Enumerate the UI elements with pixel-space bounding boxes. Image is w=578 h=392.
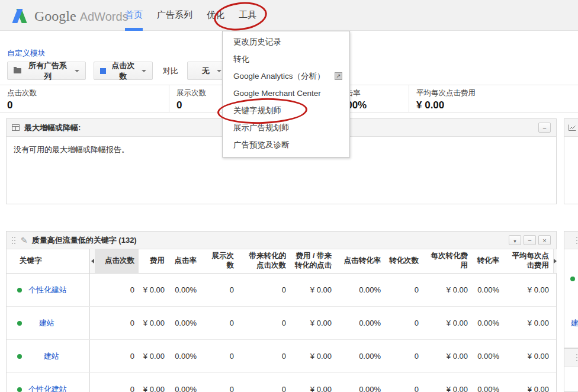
menu-item-merchant-center[interactable]: Google Merchant Center: [223, 85, 349, 102]
collapse-left-icon: [91, 259, 94, 264]
table-cell: ¥ 0.00: [290, 373, 336, 392]
table-cell: 0: [385, 373, 423, 392]
table-cell: 0.00%: [472, 274, 503, 306]
menu-item-conversions[interactable]: 转化: [223, 50, 349, 68]
chart-icon: [568, 124, 576, 131]
table-cell: 0.00%: [472, 373, 503, 392]
partial-keyword-link[interactable]: 建: [571, 318, 578, 329]
compare-selector-label: 无: [202, 66, 210, 76]
table-cell: 0: [385, 274, 423, 306]
table-cell: 0: [238, 340, 290, 372]
status-dot-icon: [17, 354, 22, 359]
column-header-click-conversion-rate[interactable]: 点击转化率: [336, 249, 385, 273]
close-panel-button[interactable]: ×: [538, 235, 551, 245]
table-cell: 0.00%: [336, 274, 385, 306]
column-header-avg-cpc[interactable]: 平均每次点击费用: [503, 249, 553, 273]
table-cell: 0.00%: [336, 373, 385, 392]
table-cell: 0: [201, 307, 238, 339]
table-cell: 0: [238, 274, 290, 306]
menu-item-display-planner[interactable]: 展示广告规划师: [223, 119, 349, 136]
column-header-conversions[interactable]: 转化次数: [385, 249, 423, 273]
minimize-panel-button[interactable]: −: [524, 235, 536, 245]
keyword-link[interactable]: 个性化建站: [28, 384, 67, 392]
column-header-clicks[interactable]: 点击次数: [95, 249, 139, 273]
column-header-cost[interactable]: 费用: [139, 249, 169, 273]
table-cell: 0: [201, 274, 238, 306]
nav-tab-tools[interactable]: 工具: [239, 9, 256, 21]
dropdown-caret-icon: [217, 70, 221, 72]
customize-modules-link[interactable]: 自定义模块: [7, 48, 46, 59]
keywords-panel-title: 质量高但流量低的关键字 (132): [32, 235, 137, 246]
tools-dropdown-menu: 更改历史记录 转化 Google Analytics（分析） ↗ Google …: [222, 31, 350, 158]
table-cell: 0: [95, 340, 139, 372]
filter-toolbar: 所有广告系列 点击次数 对比 无: [7, 62, 236, 80]
menu-item-ad-preview[interactable]: 广告预览及诊断: [223, 136, 349, 153]
nav-tab-campaigns[interactable]: 广告系列: [157, 9, 192, 21]
nav-tab-home[interactable]: 首页: [125, 9, 143, 21]
adwords-dashboard: Google AdWords 首页 广告系列 优化 工具 自定义模块 所有广告系…: [0, 0, 578, 392]
table-cell: 0.00%: [336, 307, 385, 339]
table-cell: ¥ 0.00: [139, 340, 169, 372]
table-cell: 0.00%: [169, 340, 201, 372]
edit-pencil-icon[interactable]: ✎: [21, 236, 28, 245]
column-header-impressions[interactable]: 展示次数: [201, 249, 238, 273]
campaign-selector-label: 所有广告系列: [25, 60, 70, 82]
column-header-keyword[interactable]: 关键字: [7, 249, 90, 273]
menu-item-change-history[interactable]: 更改历史记录: [223, 33, 349, 50]
adwords-logo[interactable]: Google AdWords: [11, 5, 129, 24]
metric-selector-button[interactable]: 点击次数: [94, 62, 153, 80]
table-cell: ¥ 0.00: [503, 340, 553, 372]
table-icon: [12, 124, 20, 131]
drag-handle-icon[interactable]: [12, 237, 15, 244]
keyword-link[interactable]: 建站: [39, 318, 54, 329]
table-cell: 0: [201, 373, 238, 392]
table-cell: ¥ 0.00: [139, 373, 169, 392]
keyword-link[interactable]: 建站: [44, 351, 59, 362]
panel-menu-button[interactable]: ▼: [509, 235, 521, 245]
collapse-columns-button[interactable]: [90, 249, 95, 273]
nav-tab-opportunities[interactable]: 优化: [207, 9, 224, 21]
column-header-ctr[interactable]: 点击率: [169, 249, 201, 273]
dropdown-caret-icon: [75, 70, 79, 72]
status-dot-icon: [17, 288, 22, 293]
panel-title: 最大增幅或降幅:: [24, 123, 81, 133]
stat-avg-cpc: 平均每次点击费用 ¥ 0.00: [409, 85, 578, 112]
active-tab-underline: [125, 28, 143, 31]
table-cell: ¥ 0.00: [139, 274, 169, 306]
table-cell: 0: [385, 340, 423, 372]
adwords-logo-icon: [11, 8, 30, 23]
expand-columns-button[interactable]: [553, 249, 557, 273]
low-traffic-keywords-panel: ✎ 质量高但流量低的关键字 (132) ▼ − × 关键字 点击次数 费用 点击…: [6, 231, 557, 392]
side-module-chart: [564, 118, 578, 204]
column-header-cost-per-converted-click[interactable]: 费用 / 带来转化的点击: [290, 249, 336, 273]
table-cell: 0: [385, 307, 423, 339]
keywords-panel-header: ✎ 质量高但流量低的关键字 (132) ▼ − ×: [7, 232, 556, 249]
table-cell: 0: [238, 373, 290, 392]
status-dot-icon: [570, 277, 575, 281]
column-header-cost-per-conversion[interactable]: 每次转化费用: [423, 249, 472, 273]
table-cell: 0: [95, 373, 139, 392]
menu-item-google-analytics[interactable]: Google Analytics（分析） ↗: [223, 68, 349, 85]
menu-item-keyword-planner[interactable]: 关键字规划师: [223, 102, 349, 119]
column-header-conversion-rate[interactable]: 转化率: [472, 249, 503, 273]
table-cell: 0: [95, 307, 139, 339]
table-cell: ¥ 0.00: [290, 307, 336, 339]
menu-caret-icon: ▼: [513, 239, 517, 243]
compare-label: 对比: [163, 66, 178, 76]
table-cell: ¥ 0.00: [139, 307, 169, 339]
campaign-selector-button[interactable]: 所有广告系列: [7, 62, 86, 80]
column-header-converted-clicks[interactable]: 带来转化的点击次数: [238, 249, 290, 273]
metric-color-swatch-icon: [100, 68, 106, 74]
table-row: 个性化建站 0 ¥ 0.00 0.00% 0 0 ¥ 0.00 0.00% 0 …: [7, 373, 556, 392]
brand-product-text: AdWords: [80, 10, 129, 24]
metric-selector-label: 点击次数: [110, 60, 137, 82]
table-cell: ¥ 0.00: [503, 307, 553, 339]
minimize-panel-button[interactable]: −: [538, 123, 551, 133]
status-dot-icon: [17, 321, 22, 326]
table-cell: 0.00%: [169, 373, 201, 392]
table-cell: 0.00%: [169, 307, 201, 339]
main-nav: 首页 广告系列 优化 工具: [125, 0, 271, 30]
brand-google-text: Google: [34, 8, 76, 24]
keyword-link[interactable]: 个性化建站: [28, 285, 67, 295]
table-row: 建站 0 ¥ 0.00 0.00% 0 0 ¥ 0.00 0.00% 0 ¥ 0…: [7, 307, 556, 340]
